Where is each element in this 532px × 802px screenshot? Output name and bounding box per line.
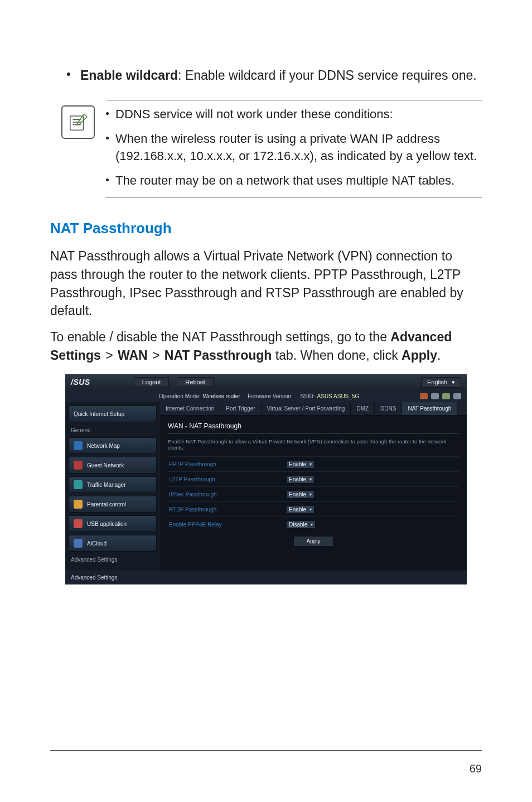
chevron-down-icon: ▾ [309, 462, 312, 467]
sidebar-item-label: Quick Internet Setup [74, 411, 124, 417]
reboot-button[interactable]: Reboot [177, 377, 213, 387]
select-value: Enable [289, 506, 306, 513]
logout-button[interactable]: Logout [134, 377, 170, 387]
panel-title: WAN - NAT Passthrough [168, 422, 459, 430]
advanced-settings-bar[interactable]: Advanced Settings [65, 571, 467, 584]
notes-body: DDNS service will not work under these c… [106, 100, 482, 197]
notes-line-2-text: When the wireless router is using a priv… [115, 131, 482, 165]
chevron-down-icon: ▾ [309, 477, 312, 482]
language-select[interactable]: English ▾ [421, 377, 461, 388]
row-label: L2TP Passthrough [168, 476, 286, 482]
status-icon [453, 393, 461, 399]
chevron-down-icon: ▾ [452, 379, 455, 386]
sidebar: Quick Internet Setup General Network Map… [65, 402, 160, 571]
sidebar-item-label: Guest Network [87, 462, 124, 468]
select-value: Enable [289, 476, 306, 482]
panel-desc: Enable NAT Passthrough to allow a Virtua… [168, 438, 459, 451]
tab-nat-passthrough[interactable]: NAT Passthrough [402, 402, 457, 415]
section-heading: NAT Passthrough [50, 220, 482, 237]
sidebar-item-aicloud[interactable]: AiCloud [69, 535, 157, 552]
tab-virtual-server[interactable]: Virtual Server / Port Forwarding [262, 402, 351, 415]
notes-block: DDNS service will not work under these c… [61, 100, 482, 197]
sidebar-heading-advanced: Advanced Settings [69, 554, 157, 564]
pptp-select[interactable]: Enable ▾ [286, 460, 315, 468]
chevron-down-icon: ▾ [311, 522, 313, 527]
ssid-value: ASUS ASUS_5G [317, 393, 360, 399]
mode-label: Operation Mode: [159, 393, 201, 399]
footer-rule [50, 750, 482, 751]
status-icon [420, 393, 428, 399]
top-bar: /SUS Logout Reboot English ▾ [65, 374, 467, 390]
shot-body: Quick Internet Setup General Network Map… [65, 402, 467, 571]
enable-wildcard-label: Enable wildcard [80, 68, 178, 83]
pppoe-relay-select[interactable]: Disable ▾ [286, 520, 316, 529]
sidebar-item-label: Parental control [87, 501, 126, 508]
panel-rule [168, 433, 459, 434]
enable-wildcard-text: Enable wildcard: Enable wildcard if your… [80, 67, 477, 84]
apply-button[interactable]: Apply [293, 536, 333, 547]
row-label: Enable PPPoE Relay [168, 521, 286, 528]
bullet-dot [67, 73, 70, 76]
ipsec-select[interactable]: Enable ▾ [286, 490, 315, 499]
row-label: PPTP Passthrough [168, 461, 286, 467]
gt2: > [151, 348, 161, 363]
sidebar-item-label: USB application [87, 521, 127, 527]
sidebar-item-guest-network[interactable]: Guest Network [69, 457, 157, 474]
main-panel: Internet Connection Port Trigger Virtual… [160, 402, 467, 571]
row-pppoe-relay: Enable PPPoE Relay Disable ▾ [168, 516, 459, 532]
l2tp-select[interactable]: Enable ▾ [286, 475, 315, 484]
page: Enable wildcard: Enable wildcard if your… [0, 0, 532, 802]
gt1: > [104, 348, 114, 363]
sidebar-item-network-map[interactable]: Network Map [69, 437, 157, 454]
status-icon [442, 393, 450, 399]
notes-line-2: When the wireless router is using a priv… [106, 131, 482, 165]
panel: WAN - NAT Passthrough Enable NAT Passthr… [160, 416, 467, 555]
chevron-down-icon: ▾ [309, 492, 312, 497]
mode-value: Wireless router [203, 393, 240, 399]
para-2-end: . [437, 348, 441, 363]
sidebar-item-traffic-manager[interactable]: Traffic Manager [69, 476, 157, 493]
tab-port-trigger[interactable]: Port Trigger [220, 402, 261, 415]
tab-ddns[interactable]: DDNS [375, 402, 402, 415]
sidebar-item-parental-control[interactable]: Parental control [69, 496, 157, 513]
row-label: RTSP Passthrough [168, 506, 286, 513]
sidebar-item-label: Network Map [87, 443, 120, 449]
bullet-dot [106, 112, 109, 115]
sidebar-item-quick-setup[interactable]: Quick Internet Setup [69, 405, 157, 422]
enable-wildcard-item: Enable wildcard: Enable wildcard if your… [50, 67, 482, 84]
para-2-b4: Apply [402, 348, 437, 363]
guest-network-icon [74, 461, 83, 470]
lock-icon [74, 500, 83, 509]
sidebar-item-label: Traffic Manager [87, 482, 125, 488]
tab-dmz[interactable]: DMZ [351, 402, 375, 415]
chevron-down-icon: ▾ [309, 507, 312, 512]
bullet-dot [106, 178, 109, 181]
tab-internet-connection[interactable]: Internet Connection [160, 402, 220, 415]
sidebar-heading-general: General [69, 425, 157, 434]
notes-line-1-text: DDNS service will not work under these c… [115, 106, 393, 123]
sidebar-item-label: AiCloud [87, 540, 107, 547]
bullet-dot [106, 137, 109, 139]
select-value: Enable [289, 461, 306, 467]
row-ipsec: IPSec Passthrough Enable ▾ [168, 486, 459, 501]
select-value: Disable [289, 521, 307, 528]
row-l2tp: L2TP Passthrough Enable ▾ [168, 471, 459, 486]
rtsp-select[interactable]: Enable ▾ [286, 505, 315, 514]
para-1: NAT Passthrough allows a Virtual Private… [50, 247, 482, 320]
para-2-mid: tab. When done, click [272, 348, 402, 363]
status-icon [431, 393, 439, 399]
cloud-icon [74, 539, 83, 548]
brand-logo: /SUS [71, 378, 90, 386]
row-label: IPSec Passthrough [168, 491, 286, 497]
traffic-manager-icon [74, 480, 83, 489]
apply-row: Apply [168, 532, 459, 549]
page-number: 69 [470, 762, 482, 775]
sidebar-item-usb-application[interactable]: USB application [69, 515, 157, 532]
para-2-b2: WAN [118, 348, 148, 363]
network-map-icon [74, 441, 83, 450]
router-ui: /SUS Logout Reboot English ▾ Operation M… [65, 374, 467, 584]
notes-line-3-text: The router may be on a network that uses… [115, 172, 454, 189]
notes-line-3: The router may be on a network that uses… [106, 172, 482, 189]
para-2-b3: NAT Passthrough [165, 348, 272, 363]
para-2: To enable / disable the NAT Passthrough … [50, 328, 482, 364]
